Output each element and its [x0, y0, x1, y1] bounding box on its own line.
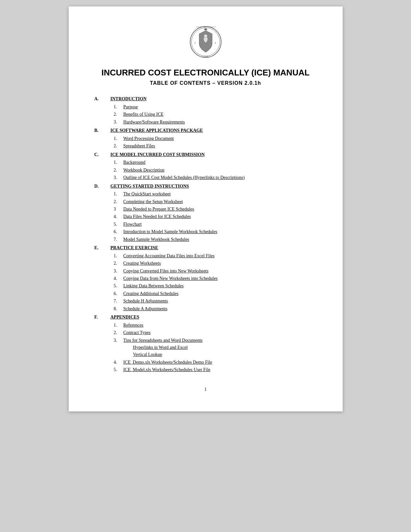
list-item: 3. Tips for Spreadsheets and Word Docume…	[114, 337, 317, 359]
section-a-items: 1. Purpose 2. Benefits of Using ICE 3. H…	[114, 103, 317, 126]
list-item: 4. Copying Data from New Worksheets into…	[114, 275, 317, 282]
svg-point-2	[204, 34, 207, 38]
section-a-title: INTRODUCTION	[111, 95, 317, 103]
section-c-items: 1. Background 2. Workbook Description 3.…	[114, 159, 317, 181]
section-c-letter: C.	[94, 151, 111, 182]
section-b-title: ICE SOFTWARE APPLICATIONS PACKAGE	[111, 127, 317, 134]
section-f-content: APPENDICES 1. References 2. Contract Typ…	[111, 313, 317, 374]
list-item: 1. Converting Accounting Data Files into…	[114, 252, 317, 260]
section-e-letter: E.	[94, 244, 111, 313]
list-item: 5. ICE_Model.xls Worksheets/Schedules Us…	[114, 366, 317, 373]
section-b-content: ICE SOFTWARE APPLICATIONS PACKAGE 1. Wor…	[111, 127, 317, 150]
list-item: 4. ICE_Demo.xls Worksheets/Schedules Dem…	[114, 359, 317, 366]
section-d-content: GETTING STARTED INSTRUCTIONS 1. The Quic…	[111, 182, 317, 244]
list-item: 1. Purpose	[114, 103, 317, 111]
section-a-content: INTRODUCTION 1. Purpose 2. Benefits of U…	[111, 95, 317, 126]
svg-text:● D C A A ●: ● D C A A ●	[202, 56, 208, 57]
section-e-title: PRACTICE EXERCISE	[111, 244, 317, 252]
list-item: 3. Outline of ICE Cost Model Schedules (…	[114, 174, 317, 181]
list-item: 2. Creating Worksheets	[114, 260, 317, 267]
subtitle: TABLE OF CONTENTS – VERSION 2.0.1h	[94, 80, 317, 86]
section-b: B. ICE SOFTWARE APPLICATIONS PACKAGE 1. …	[94, 127, 317, 150]
section-d-letter: D.	[94, 182, 111, 244]
svg-text:★: ★	[215, 42, 216, 44]
list-item: 1. References	[114, 322, 317, 329]
section-f: F. APPENDICES 1. References 2. Contract …	[94, 313, 317, 374]
list-item: 6. Creating Additional Schedules	[114, 290, 317, 297]
appendix-3-sub1[interactable]: Hyperlinks in Word and Excel	[133, 344, 317, 351]
svg-text:★: ★	[194, 42, 196, 44]
section-f-items: 1. References 2. Contract Types 3. Tips …	[114, 322, 317, 374]
section-a-letter: A.	[94, 95, 111, 126]
list-item: 5. Flowchart	[114, 221, 317, 228]
list-item: 1. Background	[114, 159, 317, 166]
logo-container: ● ● C O N T R A C T ● A U D I T ● ● D C …	[94, 26, 317, 58]
section-f-letter: F.	[94, 313, 111, 374]
section-e-items: 1. Converting Accounting Data Files into…	[114, 252, 317, 312]
section-d-items: 1. The QuickStart worksheet 2. Completin…	[114, 191, 317, 243]
appendix-3-text[interactable]: Tips for Spreadsheets and Word Documents	[123, 338, 203, 343]
list-item: 2. Spreadsheet Files	[114, 143, 317, 150]
list-item: 1. Word Processing Document	[114, 135, 317, 142]
section-c: C. ICE MODEL INCURRED COST SUBMISSION 1.…	[94, 151, 317, 182]
section-c-content: ICE MODEL INCURRED COST SUBMISSION 1. Ba…	[111, 151, 317, 182]
list-item: 4. Data Files Needed for ICE Schedules	[114, 213, 317, 220]
list-item: 2. Benefits of Using ICE	[114, 111, 317, 118]
section-e-content: PRACTICE EXERCISE 1. Converting Accounti…	[111, 244, 317, 313]
section-d: D. GETTING STARTED INSTRUCTIONS 1. The Q…	[94, 182, 317, 244]
section-f-title: APPENDICES	[111, 313, 317, 321]
list-item: 2. Completing the Setup Worksheet	[114, 198, 317, 205]
list-item: 1. The QuickStart worksheet	[114, 191, 317, 198]
page: ● ● C O N T R A C T ● A U D I T ● ● D C …	[69, 6, 343, 411]
section-b-letter: B.	[94, 127, 111, 150]
list-item: 2. Contract Types	[114, 329, 317, 336]
list-item: 8. Schedule A Adjustments	[114, 305, 317, 312]
section-b-items: 1. Word Processing Document 2. Spreadshe…	[114, 135, 317, 150]
section-e: E. PRACTICE EXERCISE 1. Converting Accou…	[94, 244, 317, 313]
section-d-title: GETTING STARTED INSTRUCTIONS	[111, 182, 317, 190]
page-number: 1	[94, 387, 317, 392]
section-a: A. INTRODUCTION 1. Purpose 2. Benefits o…	[94, 95, 317, 126]
svg-text:● ● C O N T R A C T ● A U D I : ● ● C O N T R A C T ● A U D I T ●	[196, 26, 215, 28]
seal-logo: ● ● C O N T R A C T ● A U D I T ● ● D C …	[190, 26, 222, 58]
main-title: INCURRED COST ELECTRONICALLY (ICE) MANUA…	[94, 68, 317, 78]
appendix-3-sub2[interactable]: Vertical Lookup	[133, 351, 317, 358]
list-item: 6. Introduction to Model Sample Workbook…	[114, 228, 317, 235]
list-item: 3. Copying Converted Files into New Work…	[114, 268, 317, 275]
list-item: 7. Model Sample Workbook Schedules	[114, 236, 317, 243]
list-item: 3. Hardware/Software Requirements	[114, 119, 317, 126]
list-item: 3 Data Needed to Prepare ICE Schedules	[114, 206, 317, 213]
list-item: 7. Schedule H Adjustments	[114, 298, 317, 305]
svg-point-3	[204, 28, 207, 30]
section-c-title: ICE MODEL INCURRED COST SUBMISSION	[111, 151, 317, 159]
table-of-contents: A. INTRODUCTION 1. Purpose 2. Benefits o…	[94, 95, 317, 374]
list-item: 5. Linking Data Between Schedules	[114, 282, 317, 290]
list-item: 2. Workbook Description	[114, 167, 317, 174]
